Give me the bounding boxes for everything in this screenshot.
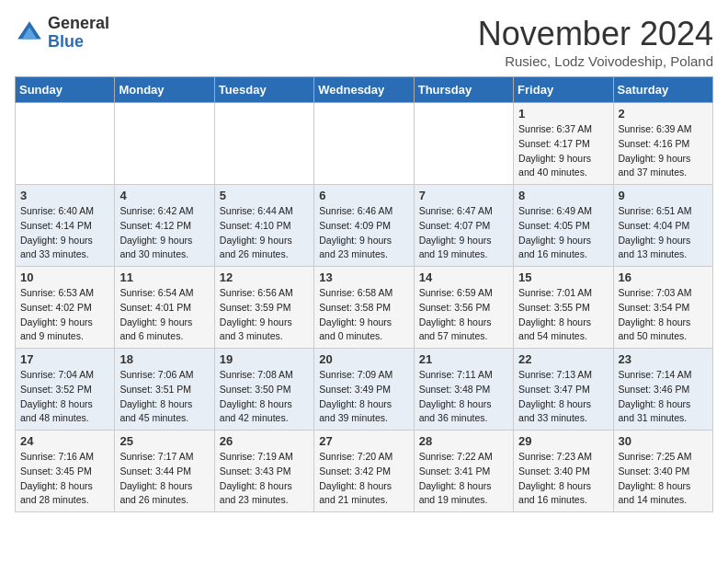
day-number: 4 bbox=[119, 189, 209, 202]
day-info: Sunrise: 7:17 AM Sunset: 3:44 PM Dayligh… bbox=[119, 450, 209, 508]
day-info: Sunrise: 6:39 AM Sunset: 4:16 PM Dayligh… bbox=[619, 122, 708, 180]
day-number: 27 bbox=[319, 434, 408, 448]
day-number: 24 bbox=[20, 434, 109, 448]
calendar-cell bbox=[214, 103, 313, 185]
day-info: Sunrise: 6:54 AM Sunset: 4:01 PM Dayligh… bbox=[119, 286, 209, 344]
logo-text: General Blue bbox=[48, 15, 109, 52]
logo-general: General bbox=[48, 15, 109, 33]
day-header-thursday: Thursday bbox=[414, 77, 513, 103]
day-info: Sunrise: 6:40 AM Sunset: 4:14 PM Dayligh… bbox=[20, 204, 109, 262]
day-info: Sunrise: 7:13 AM Sunset: 3:47 PM Dayligh… bbox=[518, 368, 608, 426]
day-info: Sunrise: 7:11 AM Sunset: 3:48 PM Dayligh… bbox=[419, 368, 508, 426]
logo-icon bbox=[15, 18, 44, 48]
day-number: 9 bbox=[619, 189, 708, 202]
calendar-cell: 18Sunrise: 7:06 AM Sunset: 3:51 PM Dayli… bbox=[115, 349, 214, 431]
day-info: Sunrise: 7:23 AM Sunset: 3:40 PM Dayligh… bbox=[518, 450, 608, 508]
day-info: Sunrise: 6:56 AM Sunset: 3:59 PM Dayligh… bbox=[220, 286, 309, 344]
calendar-cell: 13Sunrise: 6:58 AM Sunset: 3:58 PM Dayli… bbox=[314, 267, 414, 349]
day-info: Sunrise: 6:53 AM Sunset: 4:02 PM Dayligh… bbox=[20, 286, 109, 344]
calendar-cell: 12Sunrise: 6:56 AM Sunset: 3:59 PM Dayli… bbox=[214, 267, 313, 349]
calendar-cell bbox=[115, 103, 214, 185]
calendar-cell: 17Sunrise: 7:04 AM Sunset: 3:52 PM Dayli… bbox=[16, 349, 115, 431]
day-info: Sunrise: 6:49 AM Sunset: 4:05 PM Dayligh… bbox=[518, 204, 608, 262]
day-info: Sunrise: 7:01 AM Sunset: 3:55 PM Dayligh… bbox=[518, 286, 608, 344]
calendar-week-row: 17Sunrise: 7:04 AM Sunset: 3:52 PM Dayli… bbox=[16, 349, 713, 431]
day-number: 25 bbox=[119, 434, 209, 448]
day-number: 16 bbox=[619, 270, 708, 284]
day-info: Sunrise: 6:46 AM Sunset: 4:09 PM Dayligh… bbox=[319, 204, 408, 262]
calendar-cell: 11Sunrise: 6:54 AM Sunset: 4:01 PM Dayli… bbox=[115, 267, 214, 349]
calendar-cell: 23Sunrise: 7:14 AM Sunset: 3:46 PM Dayli… bbox=[613, 349, 712, 431]
day-number: 3 bbox=[20, 189, 109, 202]
calendar-cell bbox=[16, 103, 115, 185]
calendar-week-row: 3Sunrise: 6:40 AM Sunset: 4:14 PM Daylig… bbox=[16, 185, 713, 267]
month-title: November 2024 bbox=[478, 15, 713, 53]
day-info: Sunrise: 6:51 AM Sunset: 4:04 PM Dayligh… bbox=[619, 204, 708, 262]
calendar-week-row: 10Sunrise: 6:53 AM Sunset: 4:02 PM Dayli… bbox=[16, 267, 713, 349]
day-number: 12 bbox=[220, 270, 309, 284]
calendar-cell: 10Sunrise: 6:53 AM Sunset: 4:02 PM Dayli… bbox=[16, 267, 115, 349]
page-header: General Blue November 2024 Rusiec, Lodz … bbox=[15, 15, 713, 69]
calendar-cell: 20Sunrise: 7:09 AM Sunset: 3:49 PM Dayli… bbox=[314, 349, 414, 431]
day-info: Sunrise: 7:25 AM Sunset: 3:40 PM Dayligh… bbox=[619, 450, 708, 508]
day-number: 17 bbox=[20, 352, 109, 366]
day-info: Sunrise: 7:09 AM Sunset: 3:49 PM Dayligh… bbox=[319, 368, 408, 426]
calendar-cell: 27Sunrise: 7:20 AM Sunset: 3:42 PM Dayli… bbox=[314, 431, 414, 512]
day-info: Sunrise: 6:47 AM Sunset: 4:07 PM Dayligh… bbox=[419, 204, 508, 262]
day-number: 13 bbox=[319, 270, 408, 284]
calendar-cell: 25Sunrise: 7:17 AM Sunset: 3:44 PM Dayli… bbox=[115, 431, 214, 512]
day-info: Sunrise: 6:37 AM Sunset: 4:17 PM Dayligh… bbox=[518, 122, 608, 180]
calendar-cell: 19Sunrise: 7:08 AM Sunset: 3:50 PM Dayli… bbox=[214, 349, 313, 431]
logo: General Blue bbox=[15, 15, 109, 52]
calendar-cell: 2Sunrise: 6:39 AM Sunset: 4:16 PM Daylig… bbox=[613, 103, 712, 185]
calendar-cell: 14Sunrise: 6:59 AM Sunset: 3:56 PM Dayli… bbox=[414, 267, 513, 349]
day-header-monday: Monday bbox=[115, 77, 214, 103]
calendar-cell: 8Sunrise: 6:49 AM Sunset: 4:05 PM Daylig… bbox=[514, 185, 613, 267]
calendar-cell: 6Sunrise: 6:46 AM Sunset: 4:09 PM Daylig… bbox=[314, 185, 414, 267]
day-number: 15 bbox=[518, 270, 608, 284]
calendar-cell: 21Sunrise: 7:11 AM Sunset: 3:48 PM Dayli… bbox=[414, 349, 513, 431]
calendar-cell: 30Sunrise: 7:25 AM Sunset: 3:40 PM Dayli… bbox=[613, 431, 712, 512]
day-info: Sunrise: 7:22 AM Sunset: 3:41 PM Dayligh… bbox=[419, 450, 508, 508]
day-info: Sunrise: 6:59 AM Sunset: 3:56 PM Dayligh… bbox=[419, 286, 508, 344]
day-number: 30 bbox=[619, 434, 708, 448]
day-info: Sunrise: 6:58 AM Sunset: 3:58 PM Dayligh… bbox=[319, 286, 408, 344]
calendar-week-row: 1Sunrise: 6:37 AM Sunset: 4:17 PM Daylig… bbox=[16, 103, 713, 185]
calendar-week-row: 24Sunrise: 7:16 AM Sunset: 3:45 PM Dayli… bbox=[16, 431, 713, 512]
calendar-cell: 1Sunrise: 6:37 AM Sunset: 4:17 PM Daylig… bbox=[514, 103, 613, 185]
day-number: 29 bbox=[518, 434, 608, 448]
day-number: 10 bbox=[20, 270, 109, 284]
calendar-cell: 24Sunrise: 7:16 AM Sunset: 3:45 PM Dayli… bbox=[16, 431, 115, 512]
day-header-tuesday: Tuesday bbox=[214, 77, 313, 103]
calendar-table: SundayMondayTuesdayWednesdayThursdayFrid… bbox=[15, 76, 713, 512]
day-number: 5 bbox=[220, 189, 309, 202]
calendar-cell: 29Sunrise: 7:23 AM Sunset: 3:40 PM Dayli… bbox=[514, 431, 613, 512]
day-info: Sunrise: 7:20 AM Sunset: 3:42 PM Dayligh… bbox=[319, 450, 408, 508]
calendar-cell: 15Sunrise: 7:01 AM Sunset: 3:55 PM Dayli… bbox=[514, 267, 613, 349]
calendar-cell bbox=[314, 103, 414, 185]
day-info: Sunrise: 6:44 AM Sunset: 4:10 PM Dayligh… bbox=[220, 204, 309, 262]
day-number: 6 bbox=[319, 189, 408, 202]
day-number: 19 bbox=[220, 352, 309, 366]
calendar-cell: 5Sunrise: 6:44 AM Sunset: 4:10 PM Daylig… bbox=[214, 185, 313, 267]
day-number: 23 bbox=[619, 352, 708, 366]
day-info: Sunrise: 6:42 AM Sunset: 4:12 PM Dayligh… bbox=[119, 204, 209, 262]
title-block: November 2024 Rusiec, Lodz Voivodeship, … bbox=[478, 15, 713, 69]
calendar-cell: 28Sunrise: 7:22 AM Sunset: 3:41 PM Dayli… bbox=[414, 431, 513, 512]
calendar-cell: 22Sunrise: 7:13 AM Sunset: 3:47 PM Dayli… bbox=[514, 349, 613, 431]
calendar-cell: 16Sunrise: 7:03 AM Sunset: 3:54 PM Dayli… bbox=[613, 267, 712, 349]
day-number: 22 bbox=[518, 352, 608, 366]
day-info: Sunrise: 7:03 AM Sunset: 3:54 PM Dayligh… bbox=[619, 286, 708, 344]
calendar-cell: 7Sunrise: 6:47 AM Sunset: 4:07 PM Daylig… bbox=[414, 185, 513, 267]
day-info: Sunrise: 7:19 AM Sunset: 3:43 PM Dayligh… bbox=[220, 450, 309, 508]
day-number: 7 bbox=[419, 189, 508, 202]
day-info: Sunrise: 7:04 AM Sunset: 3:52 PM Dayligh… bbox=[20, 368, 109, 426]
day-number: 8 bbox=[518, 189, 608, 202]
day-number: 20 bbox=[319, 352, 408, 366]
day-info: Sunrise: 7:08 AM Sunset: 3:50 PM Dayligh… bbox=[220, 368, 309, 426]
day-header-saturday: Saturday bbox=[613, 77, 712, 103]
day-number: 21 bbox=[419, 352, 508, 366]
calendar-cell: 3Sunrise: 6:40 AM Sunset: 4:14 PM Daylig… bbox=[16, 185, 115, 267]
location-subtitle: Rusiec, Lodz Voivodeship, Poland bbox=[478, 53, 713, 69]
day-header-friday: Friday bbox=[514, 77, 613, 103]
